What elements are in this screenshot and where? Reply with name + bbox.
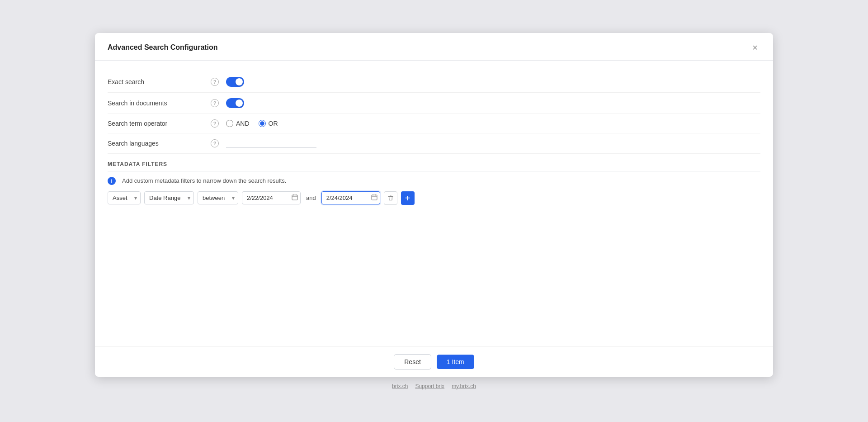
search-in-documents-toggle[interactable] xyxy=(226,98,244,108)
page-footer: brix.ch Support brix my.brix.ch xyxy=(392,383,476,389)
exact-search-label: Exact search xyxy=(108,78,207,85)
search-languages-help-icon[interactable]: ? xyxy=(211,139,219,147)
svg-rect-1 xyxy=(372,195,377,200)
footer-link-brix[interactable]: brix.ch xyxy=(392,383,408,389)
metadata-filters-title: METADATA FILTERS xyxy=(108,161,760,167)
and-label: and xyxy=(304,194,318,201)
filter-row: Asset Date Range between before xyxy=(108,191,760,205)
search-in-documents-help-icon[interactable]: ? xyxy=(211,99,219,107)
exact-search-controls: ? xyxy=(207,77,244,87)
search-term-operator-help-icon[interactable]: ? xyxy=(211,119,219,128)
add-filter-button[interactable]: + xyxy=(401,191,415,205)
search-term-operator-controls: ? AND OR xyxy=(207,119,278,128)
search-languages-label: Search languages xyxy=(108,140,207,147)
close-button[interactable]: × xyxy=(750,42,760,53)
delete-filter-button[interactable] xyxy=(384,191,397,205)
date-range-select-wrapper: Date Range xyxy=(144,191,194,204)
modal-header: Advanced Search Configuration × xyxy=(95,33,773,61)
modal-body: Exact search ? Search in documents ? xyxy=(95,61,773,346)
operator-or-option[interactable]: OR xyxy=(259,120,278,127)
footer-link-mybrix[interactable]: my.brix.ch xyxy=(452,383,476,389)
search-term-operator-label: Search term operator xyxy=(108,120,207,127)
reset-button[interactable]: Reset xyxy=(394,354,431,370)
search-term-operator-row: Search term operator ? AND OR xyxy=(108,114,760,133)
date-from-calendar-icon[interactable] xyxy=(292,194,298,202)
modal-overlay: Advanced Search Configuration × Exact se… xyxy=(0,0,868,422)
search-languages-row: Search languages ? xyxy=(108,133,760,154)
modal-title: Advanced Search Configuration xyxy=(108,43,218,52)
apply-button[interactable]: 1 Item xyxy=(437,355,474,369)
search-languages-input[interactable] xyxy=(226,139,316,148)
operator-or-label: OR xyxy=(269,120,278,127)
svg-rect-0 xyxy=(292,195,297,200)
modal-dialog: Advanced Search Configuration × Exact se… xyxy=(95,33,773,377)
date-to-calendar-icon[interactable] xyxy=(371,194,377,202)
exact-search-help-icon[interactable]: ? xyxy=(211,78,219,86)
operator-select-wrapper: between before after equals xyxy=(198,191,238,204)
operator-radio-group: AND OR xyxy=(226,120,278,127)
metadata-filters-info-text: Add custom metadata filters to narrow do… xyxy=(122,177,286,184)
exact-search-row: Exact search ? xyxy=(108,71,760,93)
info-icon: i xyxy=(108,177,116,185)
asset-type-select-wrapper: Asset xyxy=(108,191,141,204)
operator-and-label: AND xyxy=(236,120,250,127)
metadata-filters-info: i Add custom metadata filters to narrow … xyxy=(108,177,760,185)
date-to-wrap xyxy=(321,191,380,204)
search-in-documents-controls: ? xyxy=(207,98,244,108)
search-in-documents-row: Search in documents ? xyxy=(108,93,760,114)
modal-footer: Reset 1 Item xyxy=(95,346,773,377)
exact-search-toggle[interactable] xyxy=(226,77,244,87)
footer-link-support[interactable]: Support brix xyxy=(415,383,444,389)
operator-and-option[interactable]: AND xyxy=(226,120,250,127)
date-range-select[interactable]: Date Range xyxy=(144,191,194,204)
asset-type-select[interactable]: Asset xyxy=(108,191,141,204)
search-languages-controls: ? xyxy=(207,139,316,148)
metadata-filters-section: METADATA FILTERS i Add custom metadata f… xyxy=(108,161,760,205)
section-divider xyxy=(108,171,760,171)
search-in-documents-label: Search in documents xyxy=(108,100,207,107)
operator-select[interactable]: between before after equals xyxy=(198,191,238,204)
date-from-wrap xyxy=(242,191,301,204)
